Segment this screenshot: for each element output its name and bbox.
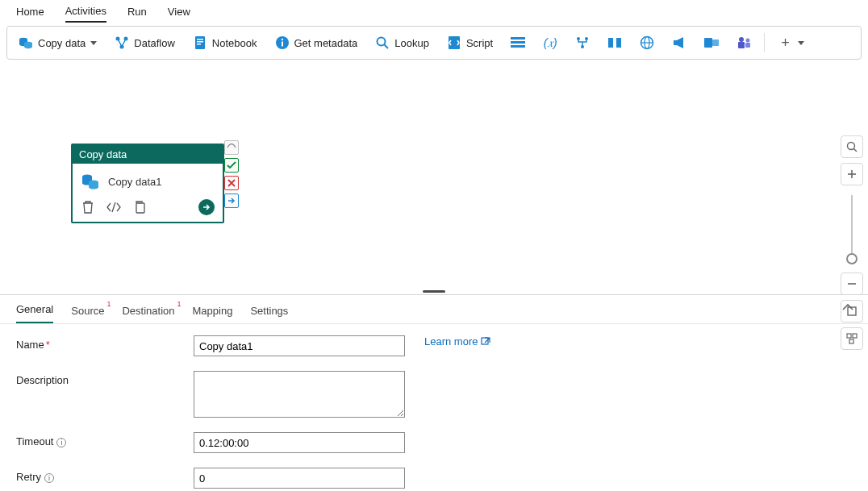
source-badge: 1 — [106, 300, 111, 308]
search-icon — [375, 35, 390, 50]
svg-rect-21 — [608, 38, 613, 48]
canvas[interactable]: Copy data Copy data1 — [0, 63, 868, 291]
toolbar-copy-data-label: Copy data — [38, 37, 86, 49]
toolbar-add[interactable]: + — [771, 31, 811, 55]
run-arrow-button[interactable] — [198, 199, 215, 215]
list-icon — [511, 35, 525, 50]
retry-field[interactable] — [194, 468, 405, 489]
general-form: Name* Learn more Description Timeouti Re… — [0, 324, 868, 491]
panel-tabs: General Source1 Destination1 Mapping Set… — [0, 295, 868, 324]
toolbar-script-label: Script — [466, 37, 493, 49]
svg-rect-15 — [511, 37, 525, 40]
tab-run[interactable]: Run — [127, 6, 147, 22]
copy-button[interactable] — [132, 200, 147, 214]
activity-body: Copy data1 — [73, 164, 223, 196]
name-field[interactable] — [194, 335, 405, 356]
align-icon — [607, 35, 622, 50]
toolbar-lookup-label: Lookup — [394, 37, 429, 49]
panel-collapse[interactable] — [842, 303, 853, 311]
toolbar-notebook[interactable]: Notebook — [186, 32, 264, 53]
svg-rect-29 — [738, 42, 745, 48]
toolbar-icon-2[interactable]: (𝑥) — [536, 32, 564, 53]
handle-completion[interactable] — [224, 193, 239, 208]
svg-line-43 — [854, 149, 858, 152]
script-icon — [447, 35, 461, 50]
copy-data-icon — [81, 172, 100, 191]
svg-rect-5 — [195, 36, 205, 49]
top-tabs: Home Activities Run View — [0, 0, 868, 23]
code-button[interactable] — [106, 200, 121, 214]
toolbar-icon-4[interactable] — [601, 32, 628, 53]
properties-panel: General Source1 Destination1 Mapping Set… — [0, 294, 868, 491]
rail-zoom-in[interactable] — [841, 163, 863, 185]
description-field[interactable] — [194, 371, 405, 418]
svg-point-42 — [848, 143, 855, 150]
delete-button[interactable] — [81, 200, 95, 214]
toolbar-icon-5[interactable] — [633, 32, 661, 53]
toolbar-icon-6[interactable] — [666, 32, 693, 53]
svg-line-13 — [385, 45, 389, 49]
info-icon: i — [56, 438, 66, 447]
svg-rect-6 — [197, 39, 203, 40]
chevron-down-icon — [90, 41, 97, 45]
plus-icon: + — [778, 35, 793, 52]
notebook-icon — [193, 35, 207, 50]
svg-rect-26 — [704, 38, 712, 48]
panel-tab-source-label: Source — [71, 305, 104, 317]
label-timeout: Timeouti — [16, 432, 186, 447]
activity-name: Copy data1 — [108, 176, 162, 188]
handle-skip[interactable] — [224, 140, 239, 155]
learn-more-link[interactable]: Learn more — [424, 335, 490, 347]
info-icon — [275, 35, 290, 50]
toolbar-icon-1[interactable] — [504, 32, 532, 53]
megaphone-icon — [672, 35, 686, 50]
tab-view[interactable]: View — [168, 6, 190, 22]
timeout-field[interactable] — [194, 432, 405, 453]
toolbar-dataflow-label: Dataflow — [134, 37, 175, 49]
handle-success[interactable] — [224, 158, 239, 173]
toolbar-icon-8[interactable] — [730, 32, 757, 53]
toolbar-get-metadata[interactable]: Get metadata — [269, 32, 365, 53]
branch-icon — [575, 35, 590, 50]
panel-tab-mapping[interactable]: Mapping — [193, 305, 233, 323]
activities-toolbar: Copy data Dataflow Notebook Get metadata… — [6, 26, 862, 60]
label-retry: Retryi — [16, 468, 186, 483]
svg-rect-41 — [136, 203, 144, 213]
toolbar-icon-3[interactable] — [569, 32, 596, 53]
panel-resize-handle[interactable] — [0, 290, 868, 293]
rail-search[interactable] — [841, 135, 863, 158]
toolbar-separator — [764, 33, 765, 52]
label-name: Name* — [16, 335, 186, 351]
dataflow-icon — [115, 35, 129, 50]
svg-rect-14 — [449, 36, 460, 49]
panel-tab-destination[interactable]: Destination1 — [122, 305, 174, 323]
label-description: Description — [16, 371, 186, 386]
activity-card[interactable]: Copy data Copy data1 — [71, 144, 224, 223]
toolbar-notebook-label: Notebook — [212, 37, 257, 49]
svg-rect-17 — [511, 45, 525, 48]
copy-data-icon — [19, 35, 33, 50]
variable-icon: (𝑥) — [543, 35, 557, 50]
tab-activities[interactable]: Activities — [65, 5, 106, 23]
tab-home[interactable]: Home — [16, 6, 44, 22]
panel-tab-destination-label: Destination — [122, 305, 174, 317]
svg-point-11 — [281, 39, 282, 40]
handle-fail[interactable] — [224, 176, 239, 190]
toolbar-dataflow[interactable]: Dataflow — [108, 32, 182, 53]
panel-tab-settings[interactable]: Settings — [250, 305, 288, 323]
svg-rect-7 — [197, 41, 203, 43]
activity-handles — [224, 140, 240, 208]
panel-tab-source[interactable]: Source1 — [71, 305, 104, 323]
svg-point-12 — [378, 38, 386, 46]
globe-icon — [640, 35, 654, 50]
toolbar-lookup[interactable]: Lookup — [369, 32, 436, 53]
panel-tab-general[interactable]: General — [16, 303, 53, 323]
chevron-down-icon — [798, 41, 804, 45]
svg-point-28 — [739, 37, 744, 42]
toolbar-script[interactable]: Script — [440, 32, 499, 53]
toolbar-icon-7[interactable] — [698, 32, 725, 53]
svg-rect-10 — [282, 42, 283, 47]
rail-zoom-slider[interactable] — [841, 190, 863, 268]
teams-icon — [737, 35, 751, 50]
toolbar-copy-data[interactable]: Copy data — [12, 32, 103, 53]
